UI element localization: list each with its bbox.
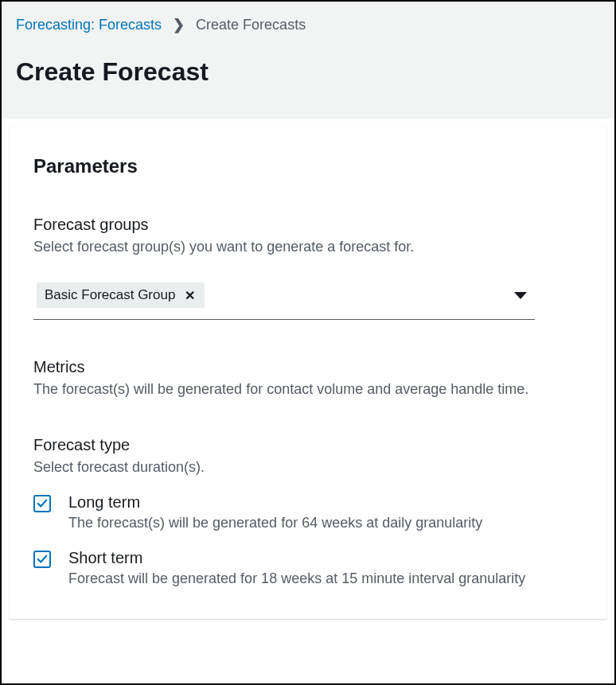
selected-group-chip: Basic Forecast Group ✕ bbox=[37, 282, 205, 308]
page-title: Create Forecast bbox=[16, 57, 600, 87]
forecast-groups-field: Forecast groups Select forecast group(s)… bbox=[33, 216, 583, 320]
forecast-groups-label: Forecast groups bbox=[33, 216, 583, 234]
check-icon bbox=[37, 554, 48, 565]
breadcrumb-root-link[interactable]: Forecasting: Forecasts bbox=[16, 17, 162, 33]
panel-heading: Parameters bbox=[33, 155, 583, 177]
short-term-content: Short term Forecast will be generated fo… bbox=[68, 549, 583, 587]
forecast-type-option-short: Short term Forecast will be generated fo… bbox=[33, 549, 583, 587]
long-term-label: Long term bbox=[68, 493, 583, 512]
parameters-panel: Parameters Forecast groups Select foreca… bbox=[10, 126, 606, 619]
forecast-groups-select[interactable]: Basic Forecast Group ✕ bbox=[33, 278, 535, 320]
check-icon bbox=[37, 498, 48, 509]
long-term-content: Long term The forecast(s) will be genera… bbox=[68, 493, 583, 531]
close-icon[interactable]: ✕ bbox=[183, 288, 197, 303]
short-term-checkbox[interactable] bbox=[33, 551, 51, 568]
chevron-right-icon: ❯ bbox=[173, 16, 185, 33]
forecast-type-label: Forecast type bbox=[33, 436, 583, 454]
metrics-label: Metrics bbox=[33, 358, 583, 376]
short-term-desc: Forecast will be generated for 18 weeks … bbox=[68, 570, 583, 587]
forecast-type-option-long: Long term The forecast(s) will be genera… bbox=[33, 493, 583, 531]
short-term-label: Short term bbox=[68, 549, 583, 567]
metrics-field: Metrics The forecast(s) will be generate… bbox=[33, 358, 583, 398]
chevron-down-icon bbox=[514, 292, 527, 299]
chip-label: Basic Forecast Group bbox=[45, 287, 175, 303]
forecast-groups-help: Select forecast group(s) you want to gen… bbox=[33, 239, 583, 255]
breadcrumb: Forecasting: Forecasts ❯ Create Forecast… bbox=[16, 16, 600, 33]
metrics-help: The forecast(s) will be generated for co… bbox=[33, 381, 583, 398]
forecast-type-help: Select forecast duration(s). bbox=[33, 459, 583, 476]
long-term-checkbox[interactable] bbox=[33, 495, 51, 512]
header-region: Forecasting: Forecasts ❯ Create Forecast… bbox=[2, 2, 614, 119]
breadcrumb-current: Create Forecasts bbox=[196, 17, 306, 33]
long-term-desc: The forecast(s) will be generated for 64… bbox=[68, 515, 583, 531]
forecast-type-field: Forecast type Select forecast duration(s… bbox=[33, 436, 583, 587]
